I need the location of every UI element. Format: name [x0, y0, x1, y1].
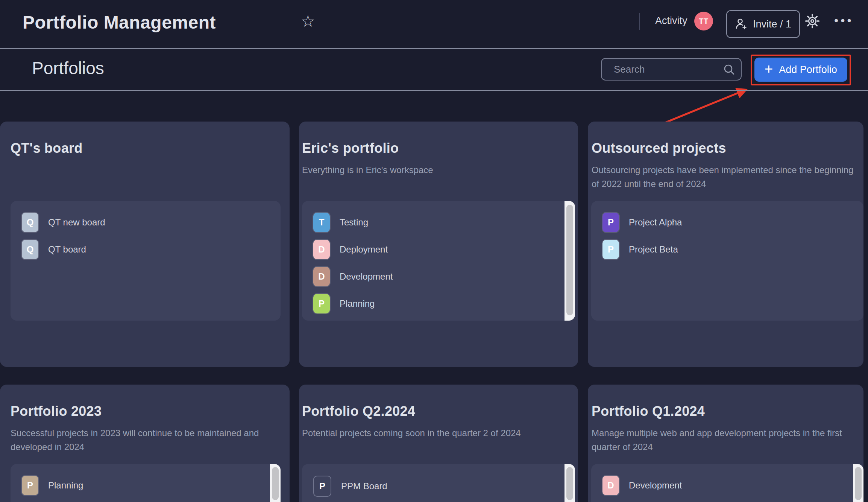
portfolio-card-erics-portfolio[interactable]: Eric's portfolio Everything is in Eric's…: [299, 122, 578, 367]
board-item[interactable]: D Deployment: [313, 240, 560, 259]
board-item[interactable]: T Testing: [313, 213, 560, 232]
board-label: PPM Board: [341, 481, 387, 491]
board-label: Planning: [48, 480, 83, 491]
board-icon: P: [313, 476, 331, 497]
toolbar-bottom-divider: [0, 90, 868, 91]
board-list: P Planning: [22, 476, 266, 495]
board-item[interactable]: D Development: [313, 267, 560, 286]
board-label: QT new board: [48, 217, 105, 228]
board-list-panel: P Planning: [11, 464, 281, 502]
scrollbar-thumb[interactable]: [855, 467, 862, 500]
board-item[interactable]: Q QT board: [22, 240, 266, 259]
card-description: Everything is in Eric's workspace: [302, 163, 565, 177]
board-icon: T: [313, 213, 330, 232]
card-title: Portfolio Q1.2024: [592, 403, 863, 419]
avatar[interactable]: TT: [694, 12, 713, 30]
board-list: D Development: [602, 476, 848, 495]
scrollbar[interactable]: [853, 464, 863, 502]
portfolio-card-q1-2024[interactable]: Portfolio Q1.2024 Manage multiple web an…: [588, 385, 863, 502]
board-label: Project Beta: [629, 244, 678, 255]
board-item[interactable]: P PPM Board: [313, 476, 560, 497]
board-label: Testing: [340, 217, 368, 228]
board-item[interactable]: P Planning: [22, 476, 266, 495]
scrollbar[interactable]: [270, 464, 281, 502]
portfolio-management-app: Portfolio Management ☆ Activity TT Invit…: [0, 0, 868, 502]
card-title: Portfolio 2023: [11, 403, 290, 419]
scrollbar-thumb[interactable]: [566, 467, 573, 500]
card-description: Potential projects coming soon in the qu…: [302, 426, 565, 440]
plus-icon: +: [765, 62, 773, 76]
header-divider: [639, 13, 640, 30]
board-item[interactable]: Q QT new board: [22, 213, 266, 232]
card-title: Outsourced projects: [592, 140, 863, 156]
invite-label: Invite / 1: [753, 18, 791, 30]
activity-button[interactable]: Activity: [655, 15, 687, 27]
favorite-star-icon[interactable]: ☆: [301, 12, 315, 30]
add-portfolio-button[interactable]: + Add Portfolio: [754, 58, 847, 82]
more-options-icon[interactable]: •••: [834, 14, 854, 27]
board-icon: Q: [22, 213, 38, 232]
board-list-panel: T Testing D Deployment D Development P P…: [302, 201, 575, 321]
settings-gear-icon[interactable]: [804, 13, 821, 30]
board-list: T Testing D Deployment D Development P P…: [313, 213, 560, 313]
search-input[interactable]: [601, 58, 742, 81]
board-item[interactable]: P Project Beta: [602, 240, 848, 259]
board-icon: P: [602, 240, 619, 259]
scrollbar[interactable]: [565, 201, 575, 321]
board-icon: D: [313, 267, 330, 286]
board-icon: P: [313, 294, 330, 313]
portfolio-card-qts-board[interactable]: QT's board Q QT new board Q QT board: [0, 122, 290, 367]
card-title: Eric's portfolio: [302, 140, 578, 156]
scrollbar-thumb[interactable]: [566, 205, 573, 315]
card-title: QT's board: [11, 140, 290, 156]
card-description: Successful projects in 2023 will continu…: [11, 426, 274, 454]
board-icon: P: [602, 213, 619, 232]
board-list-panel: P Project Alpha P Project Beta: [591, 201, 863, 321]
add-portfolio-label: Add Portfolio: [779, 64, 837, 76]
card-description: Manage multiple web and app development …: [592, 426, 855, 454]
invite-button[interactable]: Invite / 1: [726, 10, 800, 38]
portfolio-card-outsourced-projects[interactable]: Outsourced projects Outsourcing projects…: [588, 122, 863, 367]
board-list: P PPM Board: [313, 476, 560, 497]
card-title: Portfolio Q2.2024: [302, 403, 578, 419]
portfolio-card-2023[interactable]: Portfolio 2023 Successful projects in 20…: [0, 385, 290, 502]
board-label: Project Alpha: [629, 217, 682, 228]
portfolio-card-q2-2024[interactable]: Portfolio Q2.2024 Potential projects com…: [299, 385, 578, 502]
board-label: Development: [629, 480, 682, 491]
board-label: Planning: [340, 298, 375, 309]
board-list: P Project Alpha P Project Beta: [602, 213, 848, 259]
board-item[interactable]: D Development: [602, 476, 848, 495]
board-label: QT board: [48, 244, 86, 255]
board-item[interactable]: P Project Alpha: [602, 213, 848, 232]
board-list-panel: P PPM Board: [302, 464, 575, 502]
header-bottom-divider: [0, 48, 868, 49]
board-list: Q QT new board Q QT board: [22, 213, 266, 259]
scrollbar-thumb[interactable]: [272, 467, 279, 500]
board-list-panel: Q QT new board Q QT board: [11, 201, 281, 321]
person-add-icon: [735, 18, 748, 30]
board-item[interactable]: P Planning: [313, 294, 560, 313]
board-icon: Q: [22, 240, 38, 259]
board-list-panel: D Development: [591, 464, 863, 502]
app-title: Portfolio Management: [23, 11, 216, 34]
board-icon: P: [22, 476, 38, 495]
scrollbar[interactable]: [565, 464, 575, 502]
board-label: Deployment: [340, 244, 388, 255]
board-icon: D: [313, 240, 330, 259]
card-description: Outsourcing projects have been implement…: [592, 163, 855, 191]
page-title: Portfolios: [32, 58, 104, 78]
board-label: Development: [340, 271, 393, 282]
board-icon: D: [602, 476, 619, 495]
